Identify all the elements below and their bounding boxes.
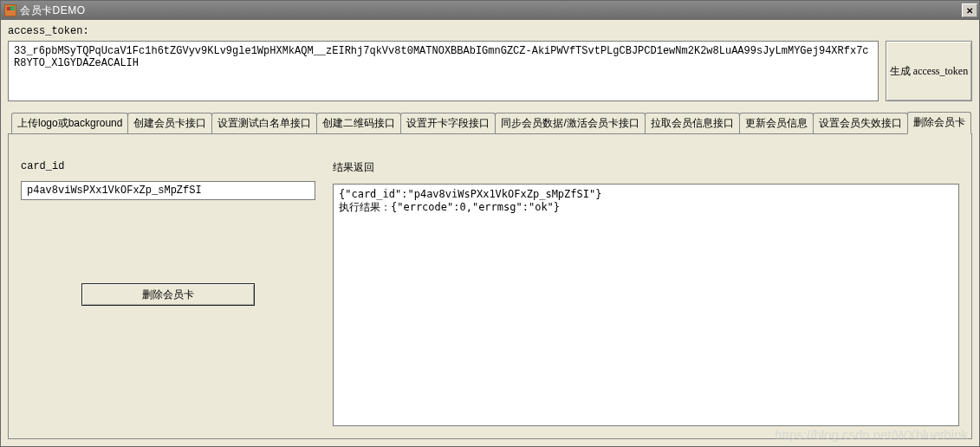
window-title: 会员卡DEMO <box>20 3 86 18</box>
tab-3[interactable]: 创建二维码接口 <box>316 113 401 133</box>
tab-4[interactable]: 设置开卡字段接口 <box>400 113 496 133</box>
tab-1[interactable]: 创建会员卡接口 <box>127 113 212 133</box>
result-output[interactable] <box>333 184 959 426</box>
tab-2[interactable]: 设置测试白名单接口 <box>211 113 317 133</box>
app-window: 会员卡DEMO ✕ access_token: 生成 access_token … <box>0 0 980 447</box>
access-token-label: access_token: <box>8 25 879 37</box>
app-icon <box>4 4 16 16</box>
tab-6[interactable]: 拉取会员信息接口 <box>645 113 740 133</box>
close-button[interactable]: ✕ <box>962 3 977 17</box>
content-area: access_token: 生成 access_token 上传logo或bac… <box>1 20 979 446</box>
result-label: 结果返回 <box>333 160 959 175</box>
tab-0[interactable]: 上传logo或background <box>11 113 128 133</box>
card-id-label: card_id <box>21 160 315 172</box>
tab-8[interactable]: 设置会员失效接口 <box>813 113 908 133</box>
delete-card-button[interactable]: 删除会员卡 <box>81 283 255 306</box>
tab-panel-delete-card: card_id 删除会员卡 结果返回 <box>8 133 972 439</box>
tab-9[interactable]: 删除会员卡 <box>907 112 971 134</box>
tab-5[interactable]: 同步会员数据/激活会员卡接口 <box>495 113 645 133</box>
tab-7[interactable]: 更新会员信息 <box>739 113 814 133</box>
titlebar: 会员卡DEMO ✕ <box>1 1 979 20</box>
card-id-input[interactable] <box>21 181 315 200</box>
generate-token-button[interactable]: 生成 access_token <box>886 41 972 101</box>
tab-strip: 上传logo或background创建会员卡接口设置测试白名单接口创建二维码接口… <box>8 112 972 133</box>
token-row: access_token: 生成 access_token <box>8 25 972 101</box>
access-token-input[interactable] <box>8 41 879 101</box>
